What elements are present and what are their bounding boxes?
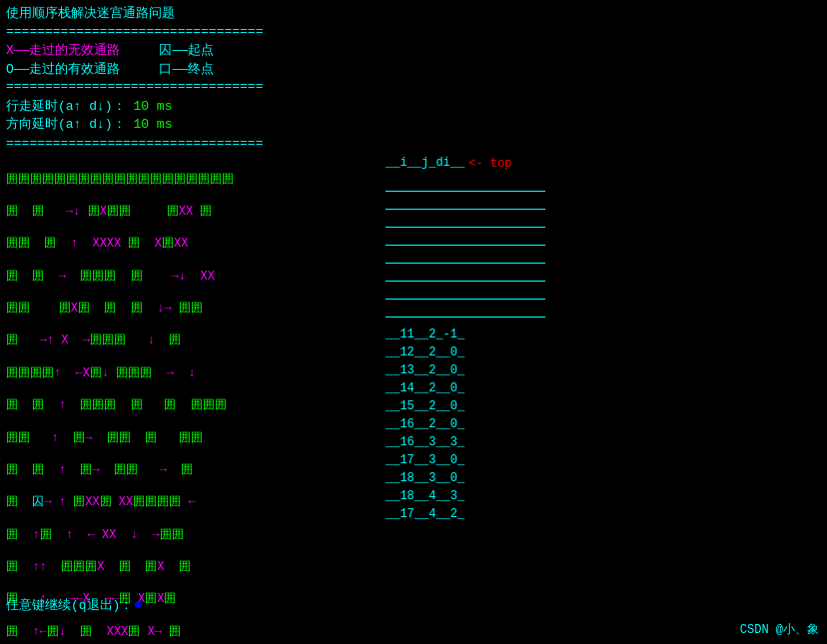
stack-data-7: __17__3__0_ (386, 451, 545, 469)
stack-header-row: __i__j_di__ <- top (386, 155, 545, 173)
maze-row-11: 囲 囚→ ↑ 囲XX囲 XX囲囲囲囲 ← (6, 494, 366, 510)
divider-top: ================================= (6, 24, 821, 39)
stack-header-label: __i__j_di__ (386, 155, 464, 171)
stack-data-10: __17__4__2_ (386, 505, 545, 523)
stack-empty-4 (386, 228, 545, 246)
main-container: 使用顺序栈解决迷宫通路问题 ==========================… (0, 0, 827, 644)
stack-data-5: __16__2__0_ (386, 415, 545, 433)
prompt-dot: ● (133, 596, 143, 614)
maze-display: 囲囲囲囲囲囲囲囲囲囲囲囲囲囲囲囲囲囲囲 囲 囲 →↓ 囲X囲囲 囲XX 囲 囲囲… (6, 155, 366, 644)
stack-empty-rows (386, 174, 545, 318)
maze-row-8: 囲 囲 ↑ 囲囲囲 囲 囲 囲囲囲 (6, 397, 366, 413)
stack-data-8: __18__3__0_ (386, 469, 545, 487)
stack-empty-7 (386, 282, 545, 300)
stack-empty-1 (386, 174, 545, 192)
walk-delay-label: 行走延时(a↑ d↓)： (6, 99, 126, 114)
walk-delay-line: 行走延时(a↑ d↓)： 10 ms (6, 98, 821, 116)
legend-x-text: X——走过的无效通路 (6, 43, 120, 58)
maze-row-4: 囲 囲 → 囲囲囲 囲 →↓ XX (6, 269, 366, 285)
stack-data-1: __12__2__0_ (386, 343, 545, 361)
params-section: 行走延时(a↑ d↓)： 10 ms 方向延时(a↑ d↓)： 10 ms (6, 98, 821, 134)
main-area: 囲囲囲囲囲囲囲囲囲囲囲囲囲囲囲囲囲囲囲 囲 囲 →↓ 囲X囲囲 囲XX 囲 囲囲… (6, 155, 821, 644)
prompt-text: 任意键继续(q退出)： (6, 598, 133, 613)
maze-row-6: 囲 →↑ X →囲囲囲 ↓ 囲 (6, 332, 366, 348)
page-title: 使用顺序栈解决迷宫通路问题 (6, 4, 821, 22)
watermark: CSDN @小、象 (740, 621, 819, 638)
legend-start-text: 囚——起点 (159, 43, 214, 58)
divider-mid: ================================= (6, 79, 821, 94)
stack-empty-5 (386, 246, 545, 264)
stack-data-3: __14__2__0_ (386, 379, 545, 397)
stack-data-4: __15__2__0_ (386, 397, 545, 415)
stack-top-arrow: <- top (468, 156, 511, 172)
maze-row-9: 囲囲 ↑ 囲→ 囲囲 囲 囲囲 (6, 430, 366, 446)
dir-delay-label: 方向延时(a↑ d↓)： (6, 117, 126, 132)
maze-row-15: 囲 ↑←囲↓ 囲 XXX囲 X→ 囲 (6, 624, 366, 640)
stack-data-rows: __11__2_-1_ __12__2__0_ __13__2__0_ __14… (386, 325, 545, 523)
stack-empty-3 (386, 210, 545, 228)
dir-delay-value: 10 ms (133, 117, 172, 132)
bottom-prompt: 任意键继续(q退出)：● (6, 596, 143, 614)
maze-row-3: 囲囲 囲 ↑ XXXX 囲 X囲XX (6, 236, 366, 252)
legend-o-text: O——走过的有效通路 (6, 62, 120, 77)
maze-row-2: 囲 囲 →↓ 囲X囲囲 囲XX 囲 (6, 204, 366, 220)
legend-x: X——走过的无效通路 囚——起点 (6, 41, 821, 59)
dir-delay-line: 方向延时(a↑ d↓)： 10 ms (6, 116, 821, 134)
stack-empty-8 (386, 300, 545, 318)
maze-row-13: 囲 ↑↑ 囲囲囲X 囲 囲X 囲 (6, 559, 366, 575)
divider-bottom: ================================= (6, 136, 821, 151)
stack-data-2: __13__2__0_ (386, 361, 545, 379)
stack-empty-6 (386, 264, 545, 282)
stack-data-0: __11__2_-1_ (386, 325, 545, 343)
maze-row-12: 囲 ↑囲 ↑ ← XX ↓ →囲囲 (6, 527, 366, 543)
legend-o: O——走过的有效通路 口——终点 (6, 60, 821, 78)
maze-row-7: 囲囲囲囲↑ ←X囲↓ 囲囲囲 → ↓ (6, 365, 366, 381)
stack-display: __i__j_di__ <- top __11__2_-1_ __12__2__… (386, 155, 545, 644)
stack-empty-2 (386, 192, 545, 210)
maze-row-10: 囲 囲 ↑ 囲→ 囲囲 → 囲 (6, 462, 366, 478)
stack-data-6: __16__3__3_ (386, 433, 545, 451)
legend-end-text: 口——终点 (159, 62, 214, 77)
stack-data-9: __18__4__3_ (386, 487, 545, 505)
maze-row-5: 囲囲 囲X囲 囲 囲 ↓→ 囲囲 (6, 301, 366, 317)
maze-row-1: 囲囲囲囲囲囲囲囲囲囲囲囲囲囲囲囲囲囲囲 (6, 172, 366, 188)
walk-delay-value: 10 ms (133, 99, 172, 114)
